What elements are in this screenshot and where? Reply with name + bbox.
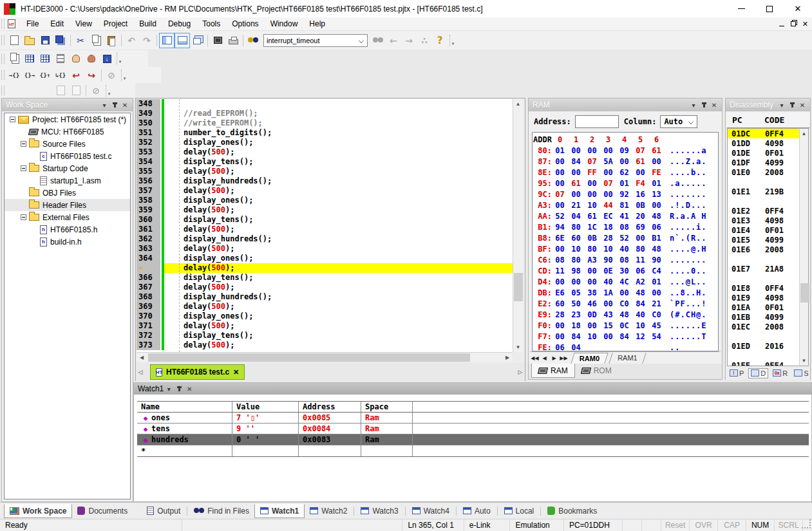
last-page-button[interactable]: ▶▶ [559,355,569,361]
nav-back-button[interactable]: ← [386,33,401,48]
disassembly-row-01ED[interactable]: 01ED2016 [728,341,799,351]
menu-options[interactable]: Options [226,17,264,30]
hex-row-80[interactable]: 80:01000000090761......a [533,145,718,156]
set-pc-button[interactable]: ↪ [84,68,99,83]
rebuild-all-button[interactable] [37,51,53,66]
open-file-button[interactable] [22,33,37,48]
disassembly-row-01E9[interactable]: 01E94098 [728,293,799,303]
hex-row-B1[interactable]: B1:94801C18086906.....i. [533,221,718,232]
find-in-files-button[interactable] [245,33,261,48]
tab-scroll-left-button[interactable]: ◁ [136,369,145,375]
mdi-minimize-button[interactable] [779,19,784,28]
enable-breakpoint-button[interactable] [22,83,37,98]
toolbar-overflow-button[interactable]: ▾ [117,53,123,64]
debug-device-button[interactable] [210,33,225,48]
mdi-restore-button[interactable] [791,19,796,28]
code-line-361[interactable]: 361delay(500); [137,225,513,234]
tree-item-mcu-ht66f0185[interactable]: MCU: HT66F0185 [5,126,130,138]
disassembly-row-01EE[interactable]: 01EE0FF4 [728,360,799,366]
step-out-button[interactable]: {}↑ [37,68,53,83]
disassembly-close-button[interactable]: ✕ [797,100,807,109]
hex-row-E9[interactable]: E9:28230D434840C0(#.CH@. [533,309,718,320]
tree-item-build-in-h[interactable]: hbuild-in.h [5,236,130,248]
memory-tab-ram[interactable]: RAM [531,364,575,378]
tab-close-icon[interactable]: ✕ [233,368,239,377]
scroll-down-arrow[interactable]: ▼ [800,356,808,366]
hex-row-E2[interactable]: E2:60504600C08421`PF...! [533,298,718,309]
menu-project[interactable]: Project [98,17,133,30]
disassembly-tab[interactable]: D [748,368,768,378]
hex-row-8E[interactable]: 8E:0000FF006200FE....b.. [533,167,718,178]
toggle-workspace-window-button[interactable] [159,33,175,48]
stop-build-button[interactable] [84,51,99,66]
build-button[interactable] [22,51,37,66]
ram-pin-button[interactable] [699,100,709,109]
disassembly-row-01E0[interactable]: 01E02008 [728,167,799,177]
watch-new-row[interactable]: * [137,445,809,456]
disassembly-row-01E1[interactable]: 01E1219B [728,187,799,196]
disassembly-rows[interactable]: 01DC0FF401DD409801DE0F0101DF409901E02008… [727,128,799,366]
toolbar-overflow-button[interactable]: ▾ [449,35,456,46]
scroll-up-arrow[interactable]: ▲ [513,99,523,109]
editor-vertical-scrollbar[interactable]: ▲ ▼ [513,99,523,352]
resize-grip[interactable] [802,519,811,528]
hex-row-D4[interactable]: D4:000000404CA201...@L.. [533,276,718,287]
tree-item-startup1-l-asm[interactable]: startup1_l.asm [5,174,130,187]
tree-item-ht66f0185-test-c[interactable]: cHT66F0185 test.c [5,150,130,162]
register-tab[interactable]: 0xR [771,369,789,378]
disassembly-row-01DF[interactable]: 01DF4099 [728,158,799,167]
code-line-373[interactable]: 373delay(500); [137,340,513,350]
workspace-menu-button[interactable]: ▾ [99,100,109,109]
go-to-pc-button[interactable]: ↩ [68,68,84,83]
tab-scroll-right-button[interactable]: ▷ [516,369,525,375]
paste-button[interactable] [104,33,119,48]
next-page-button[interactable]: ▶ [549,355,559,361]
tab-watch2[interactable]: Watch2 [305,504,352,518]
save-all-button[interactable] [53,33,68,48]
toggle-output-window-button[interactable] [175,33,190,48]
tree-item-obj-files[interactable]: OBJ Files [5,187,130,199]
disassembly-row-01EA[interactable]: 01EA0F01 [728,303,799,312]
mdi-close-button[interactable]: ✕ [802,19,808,28]
scroll-right-arrow[interactable]: ▶ [502,353,513,362]
watch-row-hundreds[interactable]: ◆hundreds0 ' '0x0083Ram [137,434,809,445]
minimize-button[interactable] [727,0,755,17]
toolbar-overflow-button[interactable]: ▾ [121,70,127,81]
code-line-360[interactable]: 360display_tens(); [137,215,513,225]
menu-tools[interactable]: Tools [196,17,226,30]
scrollbar-thumb[interactable] [800,283,809,303]
watch-row-ones[interactable]: ◆ones7 '▯'0x0085Ram [137,413,809,424]
redo-button[interactable]: ↷ [139,33,155,48]
hex-row-CD[interactable]: CD:1198000E3006C4....0.. [533,265,718,276]
disassembly-row-01EC[interactable]: 01EC2008 [728,322,799,331]
disassembly-row-01DC[interactable]: 01DC0FF4 [728,129,799,138]
prev-page-button[interactable]: ◀ [540,355,549,361]
memory-tab-rom[interactable]: ROM [575,364,618,378]
tree-collapse-icon[interactable] [10,116,15,122]
first-page-button[interactable]: ◀◀ [530,355,540,361]
code-line-356[interactable]: 356display_hundreds(); [137,176,513,186]
disassembly-row-01E4[interactable]: 01E40F01 [728,225,799,235]
tab-auto[interactable]: Auto [458,504,496,518]
copy-button[interactable] [88,33,104,48]
disassembly-row-01E3[interactable]: 01E34098 [728,216,799,225]
new-file-button[interactable] [6,33,22,48]
help-button[interactable]: ? [432,33,448,48]
assemble-list-button[interactable] [53,51,68,66]
hex-row-AA[interactable]: AA:520461EC412048R.a.A H [533,210,718,221]
disassembly-row-01EB[interactable]: 01EB4099 [728,312,799,322]
tab-documents[interactable]: Documents [72,504,133,518]
download-to-device-button[interactable]: ↓ [99,51,115,66]
tree-item-source-files[interactable]: Source Files [5,138,130,150]
go-to-marker-button[interactable]: ∴ [417,33,432,48]
workspace-pin-button[interactable] [109,100,120,109]
code-line-350[interactable]: 350//write_EEPROM(); [137,118,513,128]
tab-work-space[interactable]: Work Space [4,504,72,518]
scroll-up-arrow[interactable]: ▲ [800,129,808,138]
new-entry-cell[interactable]: * [137,445,232,456]
save-file-button[interactable] [37,33,53,48]
watch-menu-button[interactable]: ▾ [164,384,174,393]
disassembly-row-01E2[interactable]: 01E20FF4 [728,206,799,216]
code-editor[interactable]: 348349//read_EEPROM();350//write_EEPROM(… [137,99,513,352]
undo-button[interactable]: ↶ [124,33,139,48]
